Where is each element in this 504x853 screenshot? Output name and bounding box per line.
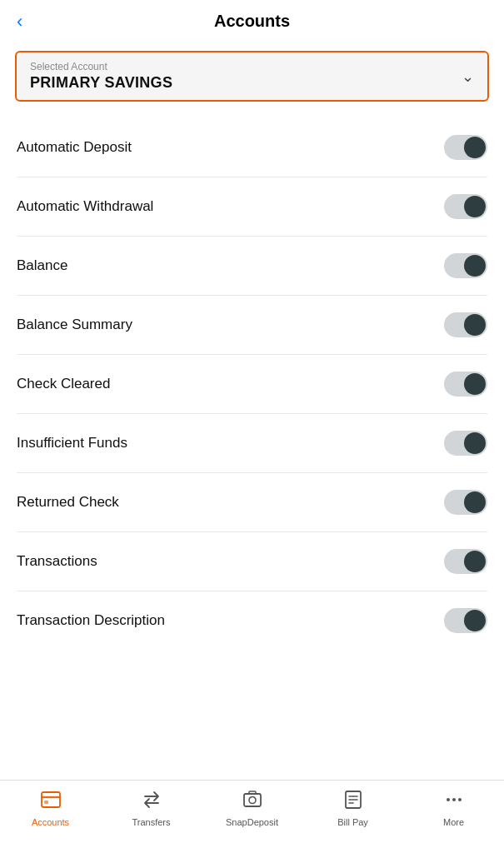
accounts-icon bbox=[40, 789, 62, 814]
toggle-list: Automatic DepositAutomatic WithdrawalBal… bbox=[0, 118, 504, 650]
toggle-label: Check Cleared bbox=[17, 376, 110, 392]
toggle-thumb bbox=[464, 432, 486, 454]
svg-point-5 bbox=[249, 797, 256, 804]
toggle-label: Transactions bbox=[17, 553, 97, 570]
toggle-switch[interactable] bbox=[444, 372, 487, 397]
toggle-switch[interactable] bbox=[444, 608, 487, 633]
toggle-switch[interactable] bbox=[444, 194, 487, 219]
account-selector-wrap: Selected Account PRIMARY SAVINGS ⌄ bbox=[0, 42, 504, 118]
header: ‹ Accounts bbox=[0, 0, 504, 42]
toggle-label: Automatic Deposit bbox=[17, 139, 132, 156]
page-title: Accounts bbox=[214, 12, 290, 31]
toggle-item: Returned Check bbox=[17, 473, 487, 532]
toggle-thumb bbox=[464, 314, 486, 336]
chevron-down-icon: ⌄ bbox=[462, 67, 474, 86]
account-selector[interactable]: Selected Account PRIMARY SAVINGS ⌄ bbox=[15, 51, 489, 102]
toggle-thumb bbox=[464, 610, 486, 631]
nav-item-more[interactable]: More bbox=[421, 789, 487, 827]
nav-item-label: More bbox=[443, 817, 464, 827]
toggle-label: Returned Check bbox=[17, 494, 119, 511]
toggle-thumb bbox=[464, 491, 486, 513]
bottom-nav: Accounts Transfers SnapDeposit Bill Pay … bbox=[0, 780, 504, 853]
toggle-switch[interactable] bbox=[444, 253, 487, 278]
nav-item-label: Transfers bbox=[132, 817, 170, 827]
toggle-item: Balance bbox=[17, 237, 487, 296]
toggle-thumb bbox=[464, 551, 486, 572]
toggle-thumb bbox=[464, 137, 486, 158]
toggle-label: Balance Summary bbox=[17, 317, 132, 333]
back-button[interactable]: ‹ bbox=[17, 11, 22, 32]
nav-item-transfers[interactable]: Transfers bbox=[118, 789, 185, 827]
svg-rect-4 bbox=[244, 794, 261, 806]
toggle-label: Balance bbox=[17, 257, 67, 274]
nav-item-label: SnapDeposit bbox=[226, 817, 278, 827]
toggle-switch[interactable] bbox=[444, 135, 487, 160]
svg-point-11 bbox=[447, 798, 450, 801]
nav-item-accounts[interactable]: Accounts bbox=[17, 789, 84, 827]
nav-item-billpay[interactable]: Bill Pay bbox=[320, 789, 387, 827]
snapdeposit-icon bbox=[242, 789, 263, 814]
toggle-item: Check Cleared bbox=[17, 355, 487, 414]
svg-rect-6 bbox=[249, 791, 256, 794]
toggle-switch[interactable] bbox=[444, 431, 487, 456]
toggle-switch[interactable] bbox=[444, 490, 487, 515]
toggle-label: Transaction Description bbox=[17, 612, 165, 629]
toggle-thumb bbox=[464, 196, 486, 217]
svg-rect-3 bbox=[44, 801, 48, 804]
nav-item-label: Accounts bbox=[32, 817, 69, 827]
account-selector-value: PRIMARY SAVINGS bbox=[30, 74, 474, 92]
svg-point-13 bbox=[458, 798, 462, 801]
toggle-item: Balance Summary bbox=[17, 296, 487, 355]
toggle-item: Transaction Description bbox=[17, 591, 487, 650]
transfers-icon bbox=[141, 789, 162, 814]
toggle-item: Automatic Withdrawal bbox=[17, 177, 487, 237]
toggle-thumb bbox=[464, 373, 486, 395]
toggle-item: Automatic Deposit bbox=[17, 118, 487, 177]
toggle-thumb bbox=[464, 255, 486, 277]
billpay-icon bbox=[342, 789, 364, 814]
toggle-item: Transactions bbox=[17, 532, 487, 591]
toggle-item: Insufficient Funds bbox=[17, 414, 487, 473]
toggle-label: Automatic Withdrawal bbox=[17, 198, 153, 215]
nav-item-snapdeposit[interactable]: SnapDeposit bbox=[219, 789, 286, 827]
toggle-label: Insufficient Funds bbox=[17, 435, 127, 451]
nav-item-label: Bill Pay bbox=[337, 817, 368, 827]
svg-point-12 bbox=[452, 798, 456, 801]
svg-rect-0 bbox=[42, 792, 60, 807]
toggle-switch[interactable] bbox=[444, 312, 487, 337]
toggle-switch[interactable] bbox=[444, 549, 487, 574]
account-selector-label: Selected Account bbox=[30, 61, 474, 72]
more-icon bbox=[443, 789, 465, 814]
